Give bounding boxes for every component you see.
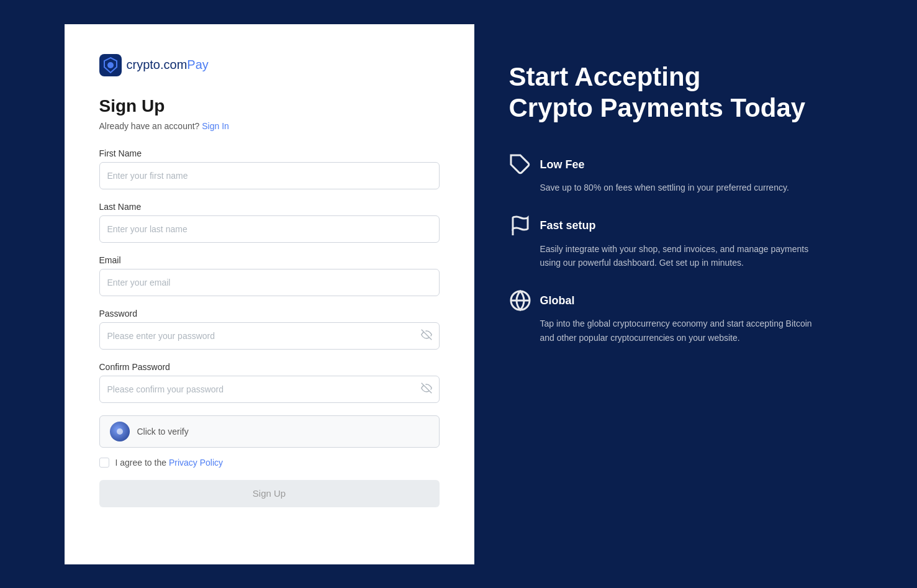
logo-brand: crypto.com [127, 58, 187, 71]
privacy-label: I agree to the Privacy Policy [115, 458, 224, 468]
email-group: Email [99, 255, 440, 296]
feature-low-fee-header: Low Fee [509, 153, 818, 176]
logo-pay: Pay [187, 58, 208, 71]
feature-low-fee: Low Fee Save up to 80% on fees when sett… [509, 153, 818, 194]
last-name-label: Last Name [99, 202, 440, 212]
password-group: Password [99, 309, 440, 350]
feature-fast-setup: Fast setup Easily integrate with your sh… [509, 215, 818, 270]
logo-icon [99, 54, 122, 76]
privacy-checkbox-row: I agree to the Privacy Policy [99, 458, 440, 468]
marketing-panel: Start Accepting Crypto Payments Today Lo… [474, 24, 853, 564]
password-input[interactable] [99, 322, 440, 350]
first-name-group: First Name [99, 148, 440, 189]
page-wrapper: crypto.comPay Sign Up Already have an ac… [65, 24, 853, 564]
feature-fast-setup-title: Fast setup [540, 219, 596, 232]
page-title: Sign Up [99, 96, 440, 116]
feature-fast-setup-desc: Easily integrate with your shop, send in… [509, 242, 818, 270]
password-input-wrapper [99, 322, 440, 350]
confirm-password-label: Confirm Password [99, 362, 440, 372]
confirm-password-input[interactable] [99, 376, 440, 403]
form-panel: crypto.comPay Sign Up Already have an ac… [65, 24, 474, 564]
first-name-label: First Name [99, 148, 440, 158]
tag-icon [509, 153, 531, 176]
feature-global: Global Tap into the global cryptocurrenc… [509, 289, 818, 345]
email-label: Email [99, 255, 440, 265]
last-name-group: Last Name [99, 202, 440, 243]
svg-point-1 [107, 62, 114, 68]
feature-fast-setup-header: Fast setup [509, 215, 818, 237]
email-input[interactable] [99, 269, 440, 296]
first-name-input[interactable] [99, 162, 440, 189]
password-label: Password [99, 309, 440, 319]
flag-icon [509, 215, 531, 237]
verify-circle-inner [117, 428, 123, 435]
verify-circle-icon [110, 422, 130, 441]
verify-button[interactable]: Click to verify [99, 415, 440, 448]
signup-button[interactable]: Sign Up [99, 480, 440, 507]
feature-low-fee-desc: Save up to 80% on fees when settling in … [509, 181, 818, 194]
confirm-password-toggle-icon[interactable] [421, 382, 432, 396]
already-account-text: Already have an account? Sign In [99, 121, 440, 131]
feature-low-fee-title: Low Fee [540, 158, 585, 171]
password-toggle-icon[interactable] [421, 329, 432, 343]
logo-area: crypto.comPay [99, 54, 440, 76]
feature-global-header: Global [509, 289, 818, 312]
marketing-title: Start Accepting Crypto Payments Today [509, 61, 818, 124]
confirm-password-input-wrapper [99, 376, 440, 403]
privacy-checkbox[interactable] [99, 458, 109, 468]
verify-label: Click to verify [137, 427, 189, 436]
feature-global-desc: Tap into the global cryptocurrency econo… [509, 317, 818, 345]
sign-in-link[interactable]: Sign In [202, 121, 229, 131]
feature-global-title: Global [540, 294, 575, 307]
logo-text: crypto.comPay [127, 58, 209, 72]
confirm-password-group: Confirm Password [99, 362, 440, 403]
globe-icon [509, 289, 531, 312]
privacy-policy-link[interactable]: Privacy Policy [169, 458, 223, 468]
last-name-input[interactable] [99, 215, 440, 243]
